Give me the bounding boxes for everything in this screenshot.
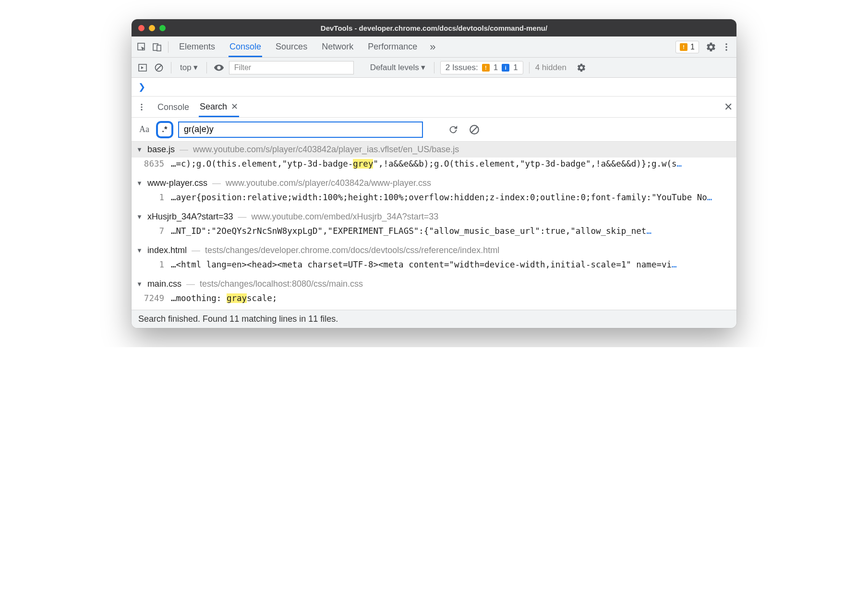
- close-tab-icon[interactable]: ✕: [231, 101, 238, 112]
- result-file-header[interactable]: ▼index.html—tests/changes/developer.chro…: [132, 242, 736, 258]
- match-case-toggle[interactable]: Aa: [137, 122, 151, 136]
- issues-label: 2 Issues:: [446, 63, 478, 73]
- truncation-ellipsis: …: [677, 159, 682, 169]
- result-line[interactable]: 7…NT_ID":"2OeQYs2rNcSnW8yxpLgD","EXPERIM…: [132, 225, 736, 242]
- disclosure-triangle-icon: ▼: [136, 213, 143, 220]
- search-highlight: grey: [353, 159, 373, 169]
- issues-warn-count: 1: [494, 63, 498, 73]
- result-file-header[interactable]: ▼base.js—www.youtube.com/s/player/c40384…: [132, 142, 736, 158]
- result-file-header[interactable]: ▼www-player.css—www.youtube.com/s/player…: [132, 175, 736, 191]
- svg-rect-2: [157, 45, 161, 51]
- result-file-header[interactable]: ▼xHusjrb_34A?start=33—www.youtube.com/em…: [132, 209, 736, 225]
- tab-console[interactable]: Console: [229, 37, 262, 57]
- clear-search-icon[interactable]: [468, 123, 481, 136]
- regex-glyph: .*: [162, 125, 167, 134]
- chevron-down-icon: ▾: [421, 62, 425, 73]
- result-filepath: tests/changes/developer.chrome.com/docs/…: [205, 245, 499, 255]
- clear-console-icon[interactable]: [153, 61, 165, 74]
- search-results: ▼base.js—www.youtube.com/s/player/c40384…: [132, 142, 736, 310]
- disclosure-triangle-icon: ▼: [136, 146, 143, 153]
- line-number: 7: [142, 226, 164, 236]
- truncation-ellipsis: …: [672, 260, 677, 269]
- levels-label: Default levels: [370, 63, 419, 73]
- divider: [434, 62, 434, 73]
- code-snippet: …=c);g.O(this.element,"ytp-3d-badge-grey…: [171, 159, 732, 169]
- disclosure-triangle-icon: ▼: [136, 280, 143, 288]
- truncation-ellipsis: …: [646, 226, 651, 236]
- console-settings-gear-icon[interactable]: [575, 61, 588, 74]
- search-input[interactable]: [178, 121, 423, 138]
- drawer-kebab-icon[interactable]: [135, 101, 148, 113]
- drawer-tab-console[interactable]: Console: [157, 97, 190, 116]
- separator: —: [238, 212, 246, 222]
- console-toolbar: top ▾ Filter Default levels ▾ 2 Issues: …: [132, 58, 736, 78]
- console-prompt[interactable]: ❯: [132, 78, 736, 97]
- kebab-menu-icon[interactable]: [720, 41, 733, 53]
- hidden-count[interactable]: 4 hidden: [535, 63, 567, 73]
- window-title: DevTools - developer.chrome.com/docs/dev…: [132, 24, 736, 32]
- filter-placeholder: Filter: [234, 63, 252, 72]
- device-mode-icon[interactable]: [151, 41, 163, 53]
- issues-button[interactable]: 2 Issues: ! 1 i 1: [440, 61, 523, 74]
- issues-info-count: 1: [513, 63, 518, 73]
- warnings-badge[interactable]: ! 1: [675, 41, 699, 53]
- prompt-chevron-icon: ❯: [138, 82, 145, 92]
- line-number: 7249: [142, 293, 164, 303]
- result-filename: base.js: [147, 145, 175, 155]
- minimize-window-button[interactable]: [149, 25, 155, 31]
- tab-performance[interactable]: Performance: [367, 37, 418, 57]
- context-value: top: [180, 63, 192, 73]
- warning-count: 1: [690, 43, 695, 51]
- warning-icon: !: [482, 64, 490, 72]
- separator: —: [192, 245, 200, 255]
- drawer-tab-search[interactable]: Search ✕: [199, 97, 239, 117]
- tab-elements[interactable]: Elements: [178, 37, 216, 57]
- result-line[interactable]: 1…ayer{position:relative;width:100%;heig…: [132, 191, 736, 209]
- more-tabs-icon[interactable]: »: [430, 41, 435, 53]
- inspect-element-icon[interactable]: [135, 41, 148, 53]
- separator: —: [180, 145, 188, 155]
- toggle-sidebar-icon[interactable]: [136, 61, 149, 74]
- line-number: 1: [142, 260, 164, 269]
- main-toolbar: Elements Console Sources Network Perform…: [132, 36, 736, 58]
- chevron-down-icon: ▾: [193, 62, 198, 73]
- result-filepath: www.youtube.com/embed/xHusjrb_34A?start=…: [251, 212, 438, 222]
- code-snippet: …NT_ID":"2OeQYs2rNcSnW8yxpLgD","EXPERIME…: [171, 226, 732, 236]
- live-expression-eye-icon[interactable]: [213, 61, 225, 74]
- separator: —: [186, 279, 195, 289]
- devtools-window: DevTools - developer.chrome.com/docs/dev…: [132, 19, 736, 328]
- svg-line-8: [157, 65, 161, 70]
- log-levels-selector[interactable]: Default levels ▾: [367, 61, 428, 73]
- search-status: Search finished. Found 11 matching lines…: [132, 310, 736, 328]
- zoom-window-button[interactable]: [159, 25, 166, 31]
- result-line[interactable]: 7249…moothing: grayscale;: [132, 292, 736, 310]
- tab-sources[interactable]: Sources: [275, 37, 308, 57]
- context-selector[interactable]: top ▾: [177, 61, 201, 73]
- divider: [171, 62, 171, 73]
- result-filepath: www.youtube.com/s/player/c403842a/www-pl…: [226, 178, 431, 188]
- result-file-header[interactable]: ▼main.css—tests/changes/localhost:8080/c…: [132, 276, 736, 292]
- console-filter-input[interactable]: Filter: [229, 61, 354, 74]
- settings-gear-icon[interactable]: [705, 41, 717, 53]
- panel-tabs: Elements Console Sources Network Perform…: [178, 37, 418, 57]
- tab-network[interactable]: Network: [321, 37, 354, 57]
- result-line[interactable]: 1…<html lang=en><head><meta charset=UTF-…: [132, 258, 736, 276]
- line-number: 1: [142, 193, 164, 202]
- result-line[interactable]: 8635…=c);g.O(this.element,"ytp-3d-badge-…: [132, 158, 736, 175]
- divider: [529, 62, 530, 73]
- result-filepath: tests/changes/localhost:8080/css/main.cs…: [200, 279, 363, 289]
- refresh-search-icon[interactable]: [447, 123, 459, 136]
- disclosure-triangle-icon: ▼: [136, 180, 143, 187]
- drawer-tab-label: Search: [200, 102, 227, 112]
- close-window-button[interactable]: [138, 25, 145, 31]
- regex-toggle[interactable]: .*: [156, 121, 173, 138]
- search-highlight: gray: [227, 293, 247, 303]
- close-drawer-icon[interactable]: ✕: [724, 101, 733, 113]
- drawer-tabstrip: Console Search ✕ ✕: [132, 97, 736, 118]
- traffic-lights: [138, 25, 166, 31]
- truncation-ellipsis: …: [707, 193, 712, 202]
- disclosure-triangle-icon: ▼: [136, 247, 143, 254]
- drawer-tab-label: Console: [157, 102, 189, 112]
- svg-point-3: [725, 43, 727, 45]
- result-filepath: www.youtube.com/s/player/c403842a/player…: [193, 145, 459, 155]
